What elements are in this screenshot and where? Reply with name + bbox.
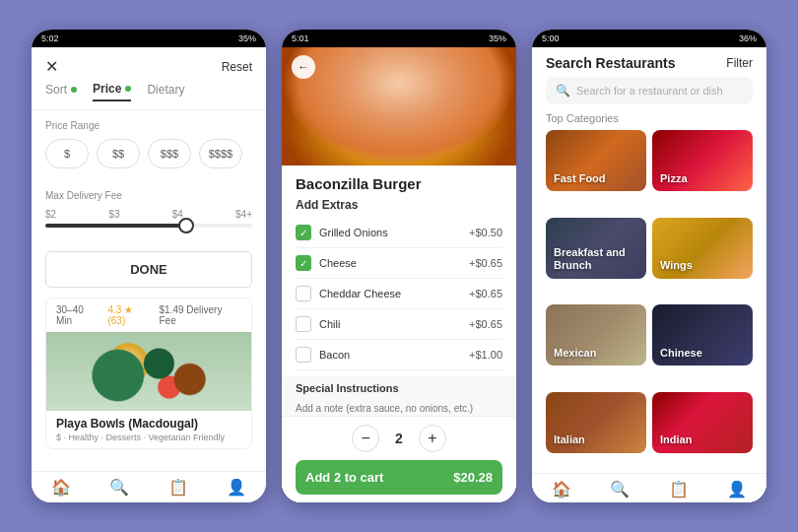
tab-dietary[interactable]: Dietary	[147, 82, 184, 101]
phone-filter: 5:02 35% ✕ Reset Sort Price Dietary Pric…	[32, 30, 266, 502]
nav-orders-3[interactable]: 📋	[669, 480, 689, 499]
time-1: 5:02	[41, 33, 59, 43]
tab-price[interactable]: Price	[93, 82, 131, 101]
reset-button[interactable]: Reset	[222, 60, 252, 74]
nav-home-1[interactable]: 🏠	[51, 478, 71, 497]
add-cart-price: $20.28	[453, 470, 493, 485]
extra-name-2: Cheddar Cheese	[319, 288, 461, 299]
category-bg-pizza: Pizza	[652, 130, 753, 191]
category-bg-mexican: Mexican	[546, 304, 646, 366]
price-btn-1[interactable]: $	[45, 139, 89, 168]
category-fast-food[interactable]: Fast Food	[546, 130, 646, 191]
restaurant-card: 30–40 Min 4.3 ★ (63) $1.49 Delivery Fee …	[45, 298, 252, 449]
tab-sort[interactable]: Sort	[45, 82, 77, 101]
category-breakfast[interactable]: Breakfast and Brunch	[546, 218, 646, 279]
quantity-row: − 2 +	[296, 425, 502, 452]
filter-button[interactable]: Filter	[726, 56, 753, 70]
category-bg-chinese: Chinese	[652, 304, 753, 366]
item-detail-panel: ← Baconzilla Burger Add Extras ✓ Grilled…	[282, 47, 516, 502]
back-button[interactable]: ←	[292, 55, 315, 79]
qty-decrease[interactable]: −	[352, 425, 379, 452]
time-3: 5:00	[542, 33, 560, 43]
restaurant-meta: 30–40 Min 4.3 ★ (63) $1.49 Delivery Fee	[46, 299, 251, 332]
extra-price-0: +$0.50	[469, 227, 502, 238]
checkbox-3[interactable]	[296, 316, 311, 332]
price-btn-3[interactable]: $$$	[148, 139, 191, 168]
search-icon: 🔍	[556, 84, 570, 98]
bottom-nav-3: 🏠 🔍 📋 👤	[532, 473, 766, 502]
extra-name-0: Grilled Onions	[319, 227, 461, 238]
category-mexican[interactable]: Mexican	[546, 304, 646, 366]
category-name-chinese: Chinese	[660, 347, 702, 360]
nav-search-3[interactable]: 🔍	[610, 480, 630, 499]
checkbox-1[interactable]: ✓	[296, 255, 311, 271]
price-dot	[125, 86, 131, 92]
nav-profile-3[interactable]: 👤	[727, 480, 747, 499]
extra-name-4: Bacon	[319, 349, 461, 361]
close-button[interactable]: ✕	[45, 57, 58, 76]
delivery-section: Max Delivery Fee $2 $3 $4 $4+	[32, 190, 266, 251]
price-options: $ $$ $$$ $$$$	[45, 139, 252, 168]
price-btn-4[interactable]: $$$$	[199, 139, 242, 168]
item-footer: − 2 + Add 2 to cart $20.28	[282, 416, 516, 502]
slider-thumb[interactable]	[178, 218, 194, 233]
sort-dot	[71, 87, 77, 93]
category-bg-indian: Indian	[652, 392, 753, 453]
extra-price-3: +$0.65	[469, 318, 502, 330]
category-name-fastfood: Fast Food	[554, 172, 606, 185]
category-bg-breakfast: Breakfast and Brunch	[546, 218, 646, 279]
search-header: Search Restaurants Filter	[532, 47, 766, 77]
search-bar[interactable]: 🔍 Search for a restaurant or dish	[546, 77, 753, 104]
filter-tabs: Sort Price Dietary	[32, 82, 266, 110]
category-bg-fastfood: Fast Food	[546, 130, 646, 191]
nav-orders-1[interactable]: 📋	[168, 478, 188, 497]
phone-item-detail: 5:01 35% ← Baconzilla Burger Add Extras …	[282, 30, 516, 502]
restaurant-time: 30–40 Min	[56, 304, 101, 326]
price-btn-2[interactable]: $$	[97, 139, 140, 168]
category-indian[interactable]: Indian	[652, 392, 753, 453]
extra-price-1: +$0.65	[469, 257, 502, 269]
category-italian[interactable]: Italian	[546, 392, 646, 453]
status-bar-2: 5:01 35%	[282, 30, 516, 47]
extra-item-1[interactable]: ✓ Cheese +$0.65	[296, 248, 502, 279]
extra-item-0[interactable]: ✓ Grilled Onions +$0.50	[296, 218, 502, 248]
category-name-wings: Wings	[660, 259, 693, 272]
filter-panel: ✕ Reset Sort Price Dietary Price Range $…	[32, 47, 266, 471]
extra-price-2: +$0.65	[469, 288, 502, 299]
extra-price-4: +$1.00	[469, 349, 502, 361]
bottom-nav-1: 🏠 🔍 📋 👤	[32, 471, 266, 502]
special-label: Special Instructions	[296, 382, 502, 394]
extra-item-2[interactable]: Cheddar Cheese +$0.65	[296, 279, 502, 309]
extra-item-4[interactable]: Bacon +$1.00	[296, 340, 502, 370]
category-wings[interactable]: Wings	[652, 218, 753, 279]
category-pizza[interactable]: Pizza	[652, 130, 753, 191]
delivery-label: Max Delivery Fee	[45, 190, 252, 201]
status-bar-3: 5:00 36%	[532, 30, 766, 47]
qty-increase[interactable]: +	[419, 425, 446, 452]
category-chinese[interactable]: Chinese	[652, 304, 753, 366]
burger-image	[282, 47, 516, 166]
category-name-breakfast: Breakfast and Brunch	[554, 246, 638, 272]
filter-header: ✕ Reset	[32, 47, 266, 82]
item-hero-image: ←	[282, 47, 516, 166]
checkbox-0[interactable]: ✓	[296, 225, 311, 240]
nav-profile-1[interactable]: 👤	[227, 478, 246, 497]
battery-2: 35%	[489, 33, 506, 43]
search-panel: Search Restaurants Filter 🔍 Search for a…	[532, 47, 766, 502]
checkbox-4[interactable]	[296, 347, 311, 363]
price-range-label: Price Range	[45, 120, 252, 131]
nav-home-3[interactable]: 🏠	[552, 480, 571, 499]
special-input[interactable]	[296, 403, 502, 414]
checkbox-2[interactable]	[296, 286, 311, 301]
phone-search: 5:00 36% Search Restaurants Filter 🔍 Sea…	[532, 30, 766, 502]
category-name-indian: Indian	[660, 433, 692, 446]
done-button[interactable]: DONE	[45, 251, 252, 288]
battery-3: 36%	[739, 33, 757, 43]
add-to-cart-button[interactable]: Add 2 to cart $20.28	[296, 460, 502, 495]
delivery-fee: $1.49 Delivery Fee	[159, 304, 241, 326]
extra-item-3[interactable]: Chili +$0.65	[296, 309, 502, 340]
time-2: 5:01	[292, 33, 309, 43]
nav-search-1[interactable]: 🔍	[109, 478, 129, 497]
status-bar-1: 5:02 35%	[32, 30, 266, 47]
delivery-slider[interactable]	[45, 224, 252, 228]
